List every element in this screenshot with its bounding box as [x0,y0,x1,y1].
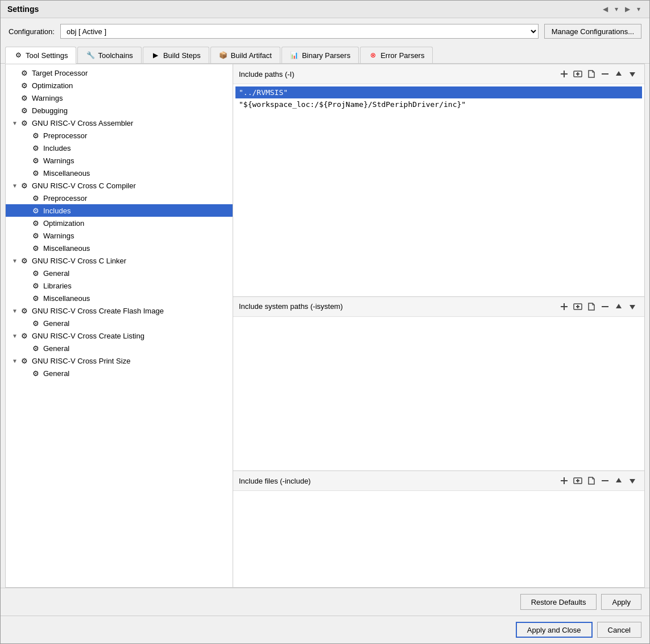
tree-item-optimization[interactable]: ⚙ Optimization [6,79,233,92]
include-system-add-ws-btn[interactable] [572,300,584,313]
delete-icon2 [601,302,610,311]
tree-label-asm-warnings: Warnings [43,156,74,165]
move-up-icon3 [614,476,623,485]
tab-tool-settings[interactable]: ⚙ Tool Settings [5,47,76,64]
include-path-item-stdperiph[interactable]: "${workspace_loc:/${ProjName}/StdPeriphD… [235,98,642,110]
tree-item-linker-misc[interactable]: ⚙ Miscellaneous [6,292,233,304]
tree-item-debugging[interactable]: ⚙ Debugging [6,104,233,117]
add-workspace-icon [573,69,582,79]
include-paths-move-up-btn[interactable] [612,68,625,80]
tree-item-cc-preprocessor[interactable]: ⚙ Preprocessor [6,192,233,204]
include-paths-move-down-btn[interactable] [626,68,639,80]
include-path-item-rvmsis[interactable]: "../RVMSIS" [235,86,642,98]
tree-item-gnu-linker[interactable]: ▼ ⚙ GNU RISC-V Cross C Linker [6,254,233,267]
include-files-move-down-btn[interactable] [626,474,639,487]
gear-icon-linker-misc: ⚙ [31,294,41,303]
tab-error-parsers-label: Error Parsers [380,51,424,60]
tree-label-flash-general: General [43,319,69,328]
restore-defaults-button[interactable]: Restore Defaults [520,594,597,610]
gear-icon-flash: ⚙ [19,306,30,315]
tab-binary-parsers[interactable]: 📊 Binary Parsers [281,47,359,63]
toggle-assembler[interactable]: ▼ [10,120,19,126]
include-paths-actions [558,68,639,80]
tree-item-cc-warnings[interactable]: ⚙ Warnings [6,229,233,242]
include-paths-add-ws-btn[interactable] [572,68,584,80]
tree-item-listing-general[interactable]: ⚙ General [6,342,233,354]
svg-marker-23 [630,479,635,484]
forward-button[interactable]: ▶ [623,4,632,14]
include-files-add-file-btn[interactable] [585,474,598,487]
toggle-compiler[interactable]: ▼ [10,183,19,189]
include-system-add-file-btn[interactable] [585,300,598,313]
toggle-spacer [10,108,19,114]
tree-item-target-processor[interactable]: ⚙ Target Processor [6,67,233,79]
include-files-add-btn[interactable] [558,474,570,487]
tree-item-gnu-listing[interactable]: ▼ ⚙ GNU RISC-V Cross Create Listing [6,329,233,342]
back-button[interactable]: ◀ [601,4,610,14]
include-files-delete-btn[interactable] [599,474,611,487]
include-system-move-down-btn[interactable] [626,300,639,313]
tree-item-cc-misc[interactable]: ⚙ Miscellaneous [6,242,233,254]
tree-item-asm-preprocessor[interactable]: ⚙ Preprocessor [6,129,233,142]
tree-item-cc-optimization[interactable]: ⚙ Optimization [6,217,233,229]
include-system-delete-btn[interactable] [599,300,611,313]
cancel-button[interactable]: Cancel [597,622,641,638]
tree-item-flash-general[interactable]: ⚙ General [6,317,233,329]
include-system-add-btn[interactable] [558,300,570,313]
toggle-spacer [22,145,31,151]
gear-icon-asm-inc: ⚙ [31,143,41,152]
include-files-header: Include files (-include) [233,471,644,491]
tab-error-parsers[interactable]: ⊗ Error Parsers [360,47,433,63]
tree-item-linker-libraries[interactable]: ⚙ Libraries [6,279,233,292]
toggle-listing[interactable]: ▼ [10,333,19,339]
add-file-icon3 [587,476,596,485]
include-paths-delete-btn[interactable] [599,68,611,80]
toggle-spacer [22,208,31,214]
tree-panel: ⚙ Target Processor ⚙ Optimization ⚙ Warn… [6,64,233,587]
toggle-print[interactable]: ▼ [10,358,19,364]
tree-item-gnu-flash[interactable]: ▼ ⚙ GNU RISC-V Cross Create Flash Image [6,304,233,317]
title-bar: Settings ◀ ▾ ▶ ▾ [1,1,649,18]
tree-label-cc-misc: Miscellaneous [43,244,90,253]
toggle-flash[interactable]: ▼ [10,308,19,314]
toggle-linker[interactable]: ▼ [10,258,19,264]
tree-item-cc-includes[interactable]: ⚙ Includes [6,204,233,217]
tab-toolchains[interactable]: 🔧 Toolchains [77,47,141,63]
main-area: ⚙ Target Processor ⚙ Optimization ⚙ Warn… [5,64,645,588]
svg-rect-4 [577,72,578,76]
config-select[interactable]: obj [ Active ] [60,24,539,39]
include-paths-add-btn[interactable] [558,68,570,80]
back-dropdown[interactable]: ▾ [612,4,620,14]
tree-item-asm-warnings[interactable]: ⚙ Warnings [6,154,233,167]
apply-and-close-button[interactable]: Apply and Close [516,622,593,638]
tabs-bar: ⚙ Tool Settings 🔧 Toolchains ▶ Build Ste… [1,44,649,64]
apply-button[interactable]: Apply [601,594,641,610]
include-paths-add-file-btn[interactable] [585,68,598,80]
gear-icon-listing: ⚙ [19,331,30,340]
tree-label-gnu-print: GNU RISC-V Cross Print Size [32,357,130,365]
forward-dropdown[interactable]: ▾ [635,4,643,14]
include-files-move-up-btn[interactable] [612,474,625,487]
tree-item-warnings[interactable]: ⚙ Warnings [6,92,233,104]
include-paths-header: Include paths (-I) [233,64,644,84]
include-system-section: Include system paths (-isystem) [233,297,644,472]
tree-item-gnu-compiler[interactable]: ▼ ⚙ GNU RISC-V Cross C Compiler [6,179,233,192]
gear-icon-print: ⚙ [19,356,30,365]
tree-label-asm-preprocessor: Preprocessor [43,131,87,140]
tab-build-steps[interactable]: ▶ Build Steps [143,47,209,63]
manage-configurations-button[interactable]: Manage Configurations... [544,24,641,39]
tree-item-gnu-print[interactable]: ▼ ⚙ GNU RISC-V Cross Print Size [6,354,233,367]
tree-label-gnu-listing: GNU RISC-V Cross Create Listing [32,332,144,340]
tool-settings-icon: ⚙ [14,51,23,60]
include-files-add-ws-btn[interactable] [572,474,584,487]
build-steps-icon: ▶ [151,51,160,60]
tree-item-linker-general[interactable]: ⚙ General [6,267,233,279]
tab-binary-parsers-label: Binary Parsers [302,51,350,60]
tree-item-asm-includes[interactable]: ⚙ Includes [6,142,233,154]
tree-item-asm-misc[interactable]: ⚙ Miscellaneous [6,167,233,179]
tree-item-print-general[interactable]: ⚙ General [6,367,233,379]
tab-build-artifact[interactable]: 📦 Build Artifact [210,47,280,63]
include-system-move-up-btn[interactable] [612,300,625,313]
tree-item-gnu-assembler[interactable]: ▼ ⚙ GNU RISC-V Cross Assembler [6,117,233,129]
config-label: Configuration: [9,27,55,36]
